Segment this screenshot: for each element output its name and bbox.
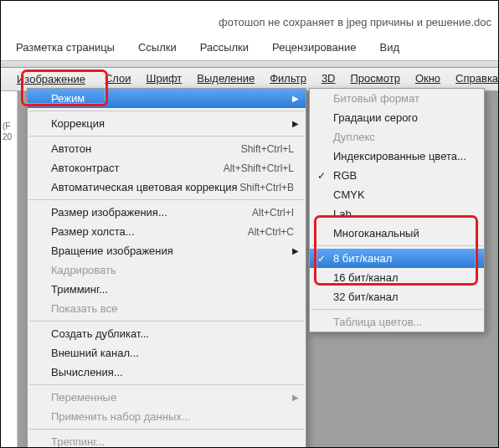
menu-item-label: Автотон	[51, 142, 91, 155]
menu-view[interactable]: Просмотр	[351, 72, 400, 86]
menu-item-label: Размер холста...	[51, 225, 135, 238]
menu-shortcut: Alt+Shift+Ctrl+L	[224, 162, 294, 174]
menu-item[interactable]: Тримминг...	[28, 280, 306, 299]
menu-item[interactable]: Коррекция▶	[28, 114, 306, 133]
menu-item[interactable]: Размер холста...Alt+Ctrl+C	[28, 222, 306, 241]
menu-item[interactable]: 16 бит/канал	[310, 268, 484, 287]
menu-item-label: Автоконтраст	[51, 162, 119, 174]
menu-item-label: Коррекция	[51, 117, 105, 130]
menu-image[interactable]: Изображение	[13, 72, 90, 86]
menu-item[interactable]: Вращение изображения▶	[28, 241, 306, 260]
menu-separator	[29, 136, 304, 136]
menu-item-label: Показать все	[51, 302, 117, 315]
menu-item: Переменные▶	[28, 388, 306, 407]
checkmark-icon: ✓	[317, 253, 326, 265]
menu-item: Показать все	[28, 299, 306, 318]
menu-item[interactable]: Индексированные цвета...	[310, 147, 484, 166]
menu-item-label: Автоматическая цветовая коррекция	[51, 181, 238, 193]
menu-item: Треппинг...	[28, 432, 306, 448]
menu-item: Кадрировать	[28, 260, 306, 280]
menu-filter[interactable]: Фильтр	[270, 72, 306, 86]
mode-submenu-dropdown: Битовый форматГрадации серогоДуплексИнде…	[309, 88, 485, 332]
menu-item-label: Вычисления...	[51, 366, 123, 378]
menu-separator	[311, 309, 482, 310]
menu-item[interactable]: ✓RGB	[310, 166, 484, 185]
menu-item-label: Переменные	[51, 391, 116, 404]
menu-item-label: 8 бит/канал	[333, 252, 392, 265]
menu-item-label: Индексированные цвета...	[333, 150, 466, 162]
menu-item[interactable]: АвтотонShift+Ctrl+L	[28, 139, 306, 158]
window-titlebar: фотошоп не сохраняет в jpeg причины и ре…	[1, 1, 498, 34]
menu-item-label: Многоканальный	[333, 227, 419, 239]
menu-item: Таблица цветов...	[310, 312, 484, 332]
ribbon-tab[interactable]: Вид	[379, 41, 399, 54]
ribbon-tab[interactable]: Разметка страницы	[16, 41, 115, 54]
ribbon-tab[interactable]: Рецензирование	[272, 41, 356, 54]
menu-separator	[29, 384, 304, 385]
menu-separator	[29, 429, 304, 430]
menu-item-label: 16 бит/канал	[333, 271, 399, 284]
menu-item: Дуплекс	[310, 127, 484, 147]
menu-separator	[29, 199, 304, 200]
menu-shortcut: Shift+Ctrl+B	[239, 182, 294, 193]
image-menu-dropdown: Режим▶Коррекция▶АвтотонShift+Ctrl+LАвток…	[27, 88, 306, 448]
submenu-arrow-icon: ▶	[292, 246, 299, 255]
menu-item-label: Внешний канал...	[51, 347, 139, 359]
checkmark-icon: ✓	[317, 170, 326, 182]
menu-separator	[29, 111, 304, 111]
menu-item-label: CMYK	[333, 188, 365, 201]
menu-item[interactable]: Внешний канал...	[28, 343, 306, 363]
menu-selection[interactable]: Выделение	[197, 72, 255, 86]
menu-item[interactable]: Градации серого	[310, 108, 484, 127]
menu-item[interactable]: Размер изображения...Alt+Ctrl+I	[28, 203, 306, 222]
menu-item[interactable]: Lab	[310, 204, 484, 224]
menu-font[interactable]: Шрифт	[147, 72, 183, 86]
menu-item-label: Применить набор данных...	[51, 410, 191, 423]
menu-separator	[29, 321, 304, 322]
menu-separator	[311, 245, 482, 246]
menu-item: Битовый формат	[310, 89, 484, 108]
menu-item[interactable]: Создать дубликат...	[28, 324, 306, 343]
menu-item[interactable]: CMYK	[310, 185, 484, 204]
menu-item[interactable]: Вычисления...	[28, 363, 306, 382]
menu-item-label: Создать дубликат...	[51, 327, 149, 340]
document-tab-strip	[1, 61, 498, 68]
menu-item-label: Кадрировать	[51, 264, 116, 276]
menu-help[interactable]: Справка	[455, 72, 498, 86]
left-panel: (F 20	[1, 91, 18, 448]
menu-item[interactable]: АвтоконтрастAlt+Shift+Ctrl+L	[28, 158, 306, 178]
menu-item: Применить набор данных...	[28, 407, 306, 426]
menu-item-label: Градации серого	[333, 111, 418, 124]
menu-item[interactable]: Автоматическая цветовая коррекцияShift+C…	[28, 178, 306, 197]
menu-window[interactable]: Окно	[415, 72, 440, 86]
submenu-arrow-icon: ▶	[292, 94, 299, 103]
menu-item[interactable]: Режим▶	[28, 89, 306, 108]
submenu-arrow-icon: ▶	[292, 393, 299, 402]
menu-item-label: Вращение изображения	[51, 245, 173, 257]
menu-item-label: RGB	[333, 169, 357, 182]
menu-layers[interactable]: Слои	[105, 72, 131, 86]
menu-shortcut: Alt+Ctrl+I	[252, 207, 294, 219]
menu-item[interactable]: 32 бит/канал	[310, 287, 484, 306]
ribbon-tab[interactable]: Рассылки	[200, 41, 249, 54]
submenu-arrow-icon: ▶	[292, 119, 299, 128]
menu-item[interactable]: ✓8 бит/канал	[310, 249, 484, 268]
window-title: фотошоп не сохраняет в jpeg причины и ре…	[219, 16, 491, 28]
menu-item-label: Lab	[333, 208, 352, 220]
menu-3d[interactable]: 3D	[322, 72, 336, 86]
word-ribbon-tabs: Разметка страницы Ссылки Рассылки Реценз…	[1, 34, 498, 61]
menu-shortcut: Shift+Ctrl+L	[241, 143, 294, 155]
menu-item[interactable]: Многоканальный	[310, 224, 484, 243]
menu-item-label: Размер изображения...	[51, 206, 167, 219]
menu-item-label: Режим	[51, 92, 85, 105]
menu-item-label: Тримминг...	[51, 283, 108, 296]
menu-item-label: Таблица цветов...	[333, 316, 422, 328]
menu-item-label: Дуплекс	[333, 131, 375, 143]
menu-item-label: Треппинг...	[51, 435, 105, 448]
menu-item-label: Битовый формат	[333, 92, 419, 105]
menu-shortcut: Alt+Ctrl+C	[248, 226, 294, 238]
ribbon-tab[interactable]: Ссылки	[138, 41, 177, 54]
menu-item-label: 32 бит/канал	[333, 291, 399, 303]
